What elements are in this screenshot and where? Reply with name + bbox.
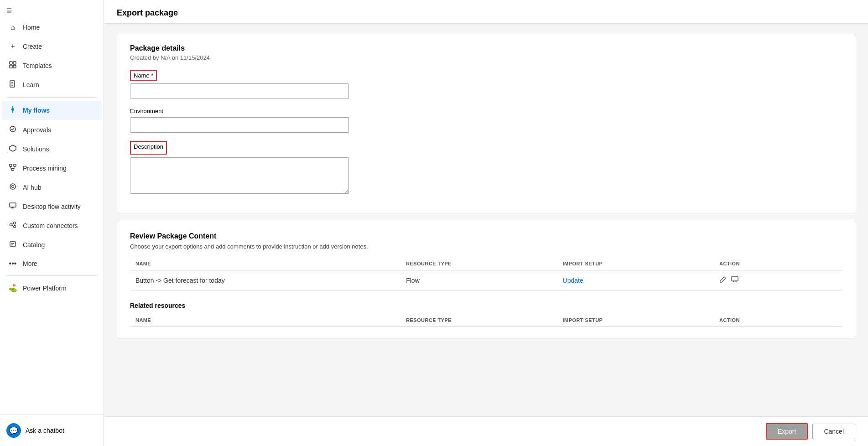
svg-rect-15: [12, 168, 14, 171]
sidebar-item-label: Custom connectors: [23, 222, 78, 229]
row-action: [714, 270, 842, 291]
svg-rect-2: [10, 65, 12, 68]
hamburger-icon: ☰: [6, 7, 12, 15]
svg-rect-0: [10, 62, 12, 64]
sidebar-item-solutions[interactable]: Solutions: [2, 140, 102, 158]
svg-point-21: [12, 186, 14, 188]
sidebar: ☰ ⌂ Home ＋ Create Templates Learn My flo…: [0, 0, 104, 446]
sidebar-item-more[interactable]: ••• More: [2, 255, 102, 272]
sidebar-item-label: Approvals: [23, 126, 51, 134]
name-input[interactable]: [130, 83, 349, 99]
sidebar-divider: [6, 97, 97, 98]
desktop-flow-icon: [8, 202, 17, 211]
environment-label: Environment: [130, 108, 163, 114]
review-section-title: Review Package Content: [130, 232, 842, 240]
sidebar-item-learn[interactable]: Learn: [2, 76, 102, 94]
sidebar-item-create[interactable]: ＋ Create: [2, 37, 102, 56]
row-name: Button -> Get forecast for today: [130, 270, 400, 291]
sidebar-item-power-platform[interactable]: ⛳ Power Platform: [2, 279, 102, 297]
package-details-subtitle: Created by N/A on 11/15/2024: [130, 54, 842, 61]
environment-input[interactable]: [130, 117, 349, 133]
related-table: NAME RESOURCE TYPE IMPORT SETUP ACTION: [130, 314, 842, 327]
sidebar-item-templates[interactable]: Templates: [2, 57, 102, 75]
environment-field-group: Environment: [130, 107, 842, 133]
sidebar-item-label: Desktop flow activity: [23, 203, 81, 210]
svg-line-29: [12, 225, 14, 226]
sidebar-item-label: Templates: [23, 62, 52, 69]
svg-rect-22: [10, 203, 16, 207]
sidebar-item-label: Learn: [23, 81, 39, 88]
sidebar-item-myflows[interactable]: My flows: [2, 101, 102, 120]
sidebar-item-label: Process mining: [23, 165, 67, 172]
name-label: Name *: [130, 70, 157, 81]
svg-point-8: [11, 108, 14, 111]
sidebar-item-approvals[interactable]: Approvals: [2, 121, 102, 139]
description-label-wrapper: Description: [130, 141, 167, 155]
content-area: Package details Created by N/A on 11/15/…: [104, 24, 868, 416]
row-resource-type: Flow: [400, 270, 557, 291]
chatbot-icon: 💬: [6, 423, 21, 438]
svg-point-25: [10, 224, 12, 226]
related-resources-section: Related resources NAME RESOURCE TYPE IMP…: [130, 302, 842, 327]
package-details-card: Package details Created by N/A on 11/15/…: [117, 33, 855, 213]
cancel-button[interactable]: Cancel: [812, 424, 855, 439]
create-icon: ＋: [8, 41, 17, 51]
svg-point-20: [10, 184, 16, 189]
svg-rect-13: [10, 164, 12, 166]
approvals-icon: [8, 125, 17, 135]
export-button[interactable]: Export: [766, 423, 808, 440]
hamburger-menu[interactable]: ☰: [0, 0, 104, 18]
svg-rect-3: [13, 65, 16, 68]
templates-icon: [8, 61, 17, 70]
sidebar-item-label: Power Platform: [23, 285, 67, 292]
sidebar-item-label: More: [23, 260, 37, 267]
sidebar-divider-2: [6, 275, 97, 276]
sidebar-item-desktop-flow[interactable]: Desktop flow activity: [2, 197, 102, 216]
review-package-card: Review Package Content Choose your expor…: [117, 221, 855, 338]
svg-point-27: [14, 226, 16, 228]
home-icon: ⌂: [8, 23, 17, 31]
description-field-group: Description: [130, 141, 842, 194]
power-platform-icon: ⛳: [8, 284, 17, 292]
svg-rect-1: [13, 62, 16, 64]
catalog-icon: [8, 240, 17, 249]
sidebar-item-catalog[interactable]: Catalog: [2, 236, 102, 254]
svg-marker-12: [10, 145, 16, 151]
svg-rect-33: [732, 276, 738, 281]
col-header-action: ACTION: [714, 257, 842, 270]
related-col-action: ACTION: [714, 314, 842, 327]
related-table-head: NAME RESOURCE TYPE IMPORT SETUP ACTION: [130, 314, 842, 327]
related-col-name: NAME: [130, 314, 400, 327]
chatbot-button[interactable]: 💬 Ask a chatbot: [0, 419, 104, 442]
review-table-head: NAME RESOURCE TYPE IMPORT SETUP ACTION: [130, 257, 842, 270]
table-row: Button -> Get forecast for today Flow Up…: [130, 270, 842, 291]
review-table: NAME RESOURCE TYPE IMPORT SETUP ACTION B…: [130, 257, 842, 291]
review-table-body: Button -> Get forecast for today Flow Up…: [130, 270, 842, 291]
col-header-resource: RESOURCE TYPE: [400, 257, 557, 270]
sidebar-item-ai-hub[interactable]: AI hub: [2, 178, 102, 197]
process-mining-icon: [8, 164, 17, 173]
sidebar-item-label: AI hub: [23, 184, 41, 191]
sidebar-bottom: 💬 Ask a chatbot: [0, 415, 104, 446]
related-col-resource: RESOURCE TYPE: [400, 314, 557, 327]
sidebar-item-label: My flows: [23, 107, 50, 114]
comment-icon[interactable]: [731, 276, 738, 285]
svg-rect-30: [10, 242, 16, 246]
name-field-group: Name *: [130, 70, 842, 99]
description-textarea[interactable]: [130, 157, 349, 194]
page-title: Export package: [104, 0, 868, 24]
update-link[interactable]: Update: [563, 277, 583, 284]
sidebar-item-process-mining[interactable]: Process mining: [2, 159, 102, 177]
sidebar-item-label: Solutions: [23, 145, 49, 153]
custom-connectors-icon: [8, 221, 17, 230]
description-label: Description: [134, 143, 163, 150]
col-header-name: NAME: [130, 257, 400, 270]
col-header-import: IMPORT SETUP: [557, 257, 714, 270]
sidebar-item-home[interactable]: ⌂ Home: [2, 19, 102, 36]
myflows-icon: [8, 105, 17, 115]
review-section-desc: Choose your export options and add comme…: [130, 243, 842, 250]
sidebar-item-custom-connectors[interactable]: Custom connectors: [2, 217, 102, 235]
edit-icon[interactable]: [719, 276, 727, 285]
svg-rect-14: [14, 164, 16, 166]
sidebar-item-label: Catalog: [23, 241, 45, 249]
